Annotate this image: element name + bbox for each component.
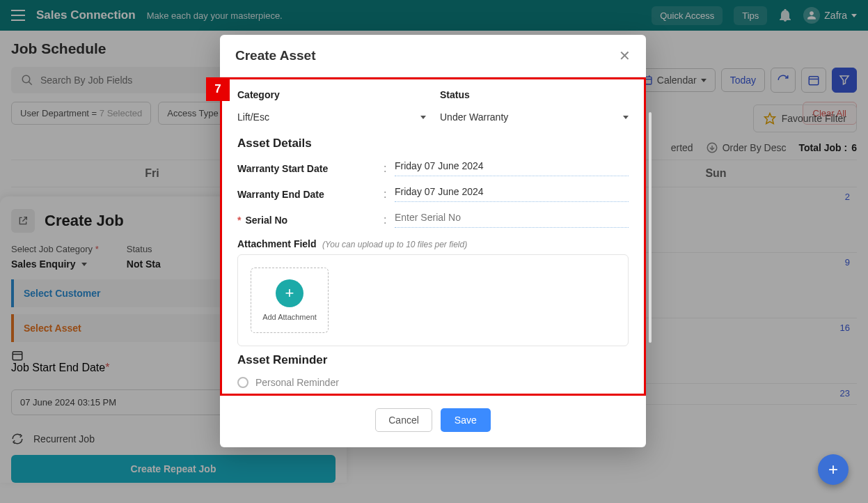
- calendar-icon: [11, 349, 24, 362]
- status-field: Status Under Warranty: [440, 89, 629, 127]
- attachment-hint: (You can upload up to 10 files per field…: [322, 240, 467, 249]
- serial-no-row: *Serial No :: [237, 212, 629, 228]
- open-external-icon[interactable]: [11, 209, 35, 233]
- filter-icon: [838, 74, 851, 86]
- warranty-end-row: Warranty End Date : Friday 07 June 2024: [237, 186, 629, 202]
- close-icon[interactable]: ✕: [619, 47, 631, 64]
- chip-value: 7 Selected: [100, 108, 142, 118]
- create-asset-modal: Create Asset ✕ 7 Category Lift/Esc Statu…: [220, 35, 646, 447]
- warranty-start-row: Warranty Start Date : Friday 07 June 202…: [237, 160, 629, 176]
- category-label: Category: [237, 89, 426, 100]
- plus-icon: +: [276, 279, 303, 307]
- warranty-start-label: Warranty Start Date: [237, 163, 384, 174]
- fab-add-button[interactable]: +: [818, 454, 849, 485]
- status-select[interactable]: Under Warranty: [440, 107, 629, 127]
- refresh-button[interactable]: [771, 68, 796, 93]
- chip-label: User Department: [20, 108, 89, 118]
- modal-body: 7 Category Lift/Esc Status Under Warrant…: [220, 77, 646, 398]
- sort-icon: [706, 141, 718, 154]
- add-attachment-button[interactable]: + Add Attachment: [251, 268, 329, 333]
- svg-rect-10: [13, 352, 22, 360]
- asset-details-heading: Asset Details: [237, 137, 629, 150]
- personal-reminder-option[interactable]: Personal Reminder: [237, 377, 629, 388]
- modal-title: Create Asset: [235, 48, 315, 63]
- favourite-filter-label: Favourite Filter: [782, 113, 846, 124]
- tagline: Make each day your masterpiece.: [147, 10, 283, 21]
- hamburger-icon[interactable]: [11, 10, 25, 21]
- quick-access-button[interactable]: Quick Access: [652, 6, 723, 25]
- status-inserted: erted: [671, 142, 693, 153]
- warranty-end-label: Warranty End Date: [237, 189, 384, 200]
- modal-header: Create Asset ✕: [220, 35, 646, 77]
- star-icon: [764, 112, 776, 125]
- tips-button[interactable]: Tips: [734, 6, 767, 25]
- radio-icon: [237, 377, 248, 388]
- save-button[interactable]: Save: [441, 408, 491, 432]
- filter-chip-department[interactable]: User Department = 7 Selected: [11, 102, 151, 125]
- today-button[interactable]: Today: [721, 68, 765, 92]
- svg-rect-6: [809, 77, 819, 85]
- status-label: Status: [440, 89, 629, 100]
- right-controls: Calendar Today: [633, 68, 857, 93]
- add-attachment-label: Add Attachment: [262, 313, 317, 321]
- chevron-down-icon: [623, 116, 629, 119]
- category-field: Category Lift/Esc: [237, 89, 426, 127]
- modal-footer: Cancel Save: [220, 398, 646, 447]
- search-icon: [21, 74, 33, 86]
- user-menu[interactable]: Zafra: [803, 7, 857, 24]
- avatar-icon: [803, 7, 820, 24]
- filter-button[interactable]: [832, 68, 857, 93]
- job-category-field[interactable]: Select Job Category * Sales Enquiry: [11, 244, 99, 270]
- cancel-button[interactable]: Cancel: [375, 408, 432, 432]
- warranty-end-value[interactable]: Friday 07 June 2024: [395, 186, 629, 202]
- chevron-down-icon: [851, 14, 857, 17]
- calendar-label: Calendar: [657, 75, 697, 86]
- topbar: Sales Connection Make each day your mast…: [0, 0, 868, 31]
- attachment-box: + Add Attachment: [237, 254, 629, 346]
- serial-no-label: *Serial No: [237, 215, 384, 226]
- total-job: Total Job : 6: [798, 142, 857, 153]
- category-select[interactable]: Lift/Esc: [237, 107, 426, 127]
- chevron-down-icon: [701, 79, 707, 82]
- recurrent-icon: [11, 433, 24, 445]
- highlighted-area: Category Lift/Esc Status Under Warranty …: [220, 77, 646, 396]
- attachment-label: Attachment Field: [237, 238, 317, 249]
- calendar-icon: [807, 74, 820, 86]
- bell-icon[interactable]: [778, 8, 792, 22]
- step-number-badge: 7: [206, 77, 230, 101]
- calendar-icon-button[interactable]: [801, 68, 826, 93]
- asset-reminder-heading: Asset Reminder: [237, 353, 629, 367]
- scrollbar[interactable]: [649, 112, 652, 343]
- chevron-down-icon: [420, 116, 426, 119]
- create-repeat-job-button[interactable]: Create Repeat Job: [11, 455, 336, 483]
- warranty-start-value[interactable]: Friday 07 June 2024: [395, 160, 629, 176]
- favourite-filter-button[interactable]: Favourite Filter: [753, 105, 857, 132]
- svg-point-0: [22, 75, 30, 83]
- user-name: Zafra: [824, 10, 847, 21]
- svg-line-1: [29, 82, 32, 85]
- job-status-field[interactable]: Status Not Sta: [127, 244, 161, 270]
- svg-marker-8: [764, 114, 775, 124]
- chevron-down-icon: [81, 263, 87, 266]
- order-by[interactable]: Order By Desc: [706, 141, 787, 154]
- chip-label: Access Type: [167, 108, 218, 118]
- serial-no-input[interactable]: [395, 212, 629, 228]
- brand-name: Sales Connection: [36, 8, 136, 22]
- create-job-title: Create Job: [45, 212, 124, 230]
- refresh-icon: [777, 74, 789, 86]
